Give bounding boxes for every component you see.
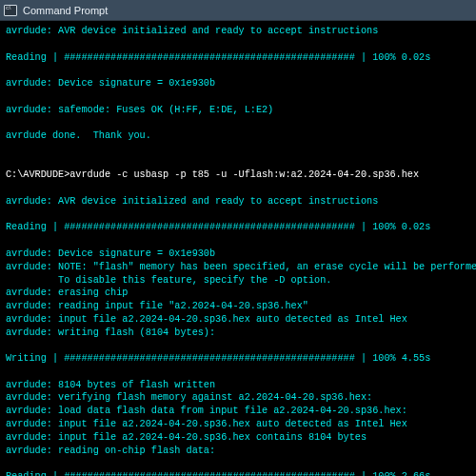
- terminal-line: C:\AVRDUDE>avrdude -c usbasp -p t85 -u -…: [6, 169, 470, 182]
- terminal-line: avrdude: AVR device initialized and read…: [6, 25, 470, 38]
- terminal-line: [6, 156, 470, 169]
- window: Command Prompt avrdude: AVR device initi…: [0, 0, 476, 476]
- terminal-line: avrdude: writing flash (8104 bytes):: [6, 327, 470, 340]
- command-prompt-icon: [4, 5, 17, 16]
- terminal-line: [6, 90, 470, 104]
- terminal-line: [6, 339, 470, 352]
- terminal-line: avrdude: erasing chip: [6, 287, 470, 300]
- terminal-line: avrdude: verifying flash memory against …: [6, 391, 470, 405]
- terminal-line: avrdude done. Thank you.: [6, 129, 470, 143]
- terminal-line: avrdude: safemode: Fuses OK (H:FF, E:DE,…: [6, 104, 470, 117]
- terminal-output[interactable]: avrdude: AVR device initialized and read…: [0, 21, 476, 476]
- titlebar[interactable]: Command Prompt: [0, 0, 476, 21]
- terminal-line: [6, 457, 470, 470]
- terminal-line: avrdude: reading input file "a2.2024-04-…: [6, 300, 470, 313]
- terminal-line: [6, 182, 470, 195]
- window-title: Command Prompt: [23, 5, 472, 16]
- terminal-line: [6, 64, 470, 77]
- terminal-line: avrdude: input file a2.2024-04-20.sp36.h…: [6, 431, 470, 445]
- terminal-line: avrdude: Device signature = 0x1e930b: [6, 248, 470, 261]
- terminal-line: [6, 234, 470, 248]
- terminal-line: To disable this feature, specify the -D …: [6, 274, 470, 288]
- terminal-line: avrdude: input file a2.2024-04-20.sp36.h…: [6, 313, 470, 327]
- terminal-line: Writing | ##############################…: [6, 352, 470, 366]
- terminal-line: Reading | ##############################…: [6, 51, 470, 65]
- terminal-line: [6, 143, 470, 156]
- terminal-line: [6, 366, 470, 379]
- terminal-line: [6, 38, 470, 51]
- terminal-line: avrdude: AVR device initialized and read…: [6, 195, 470, 208]
- terminal-line: [6, 116, 470, 129]
- terminal-line: avrdude: input file a2.2024-04-20.sp36.h…: [6, 418, 470, 431]
- terminal-line: [6, 208, 470, 222]
- terminal-line: avrdude: Device signature = 0x1e930b: [6, 77, 470, 90]
- terminal-line: avrdude: load data flash data from input…: [6, 405, 470, 418]
- terminal-line: Reading | ##############################…: [6, 470, 470, 476]
- terminal-line: Reading | ##############################…: [6, 221, 470, 234]
- terminal-line: avrdude: reading on-chip flash data:: [6, 445, 470, 458]
- terminal-line: avrdude: 8104 bytes of flash written: [6, 379, 470, 392]
- terminal-line: avrdude: NOTE: "flash" memory has been s…: [6, 261, 470, 274]
